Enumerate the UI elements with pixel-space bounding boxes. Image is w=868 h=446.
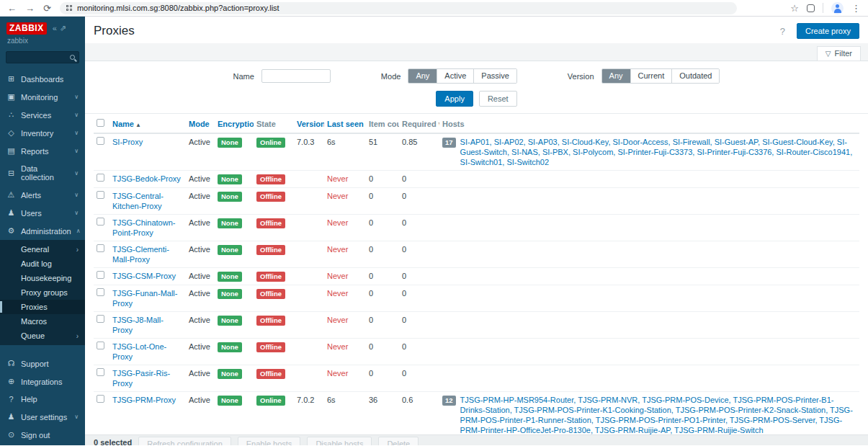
sidebar-item[interactable]: ⊞ Dashboards (0, 70, 85, 88)
sidebar-popout-icon[interactable]: ⇗ (60, 24, 66, 33)
select-all-checkbox[interactable] (97, 119, 104, 127)
mass-action-button[interactable]: Refresh configuration (138, 437, 231, 445)
proxy-name-link[interactable]: TJSG-Bedok-Proxy (112, 174, 181, 183)
create-proxy-button[interactable]: Create proxy (797, 23, 859, 39)
bookmark-star-icon[interactable]: ☆ (790, 4, 799, 13)
column-header[interactable]: Last seen (age) (324, 115, 366, 133)
mode-filter-label: Mode (381, 72, 401, 81)
sidebar-item[interactable]: ♟ Users ∨ (0, 204, 85, 222)
submenu-item[interactable]: Proxy groups (0, 285, 85, 300)
mass-action-button[interactable]: Enable hosts (238, 437, 301, 445)
row-checkbox[interactable] (97, 315, 104, 323)
row-checkbox[interactable] (97, 191, 104, 199)
address-bar[interactable]: monitoring.mlsi.com.sg:8080/zabbix.php?a… (60, 2, 737, 14)
row-checkbox[interactable] (97, 342, 104, 349)
name-filter-input[interactable] (261, 69, 331, 83)
proxy-name-link[interactable]: TJSG-Funan-Mall-Proxy (112, 289, 177, 308)
row-checkbox[interactable] (97, 271, 104, 279)
row-checkbox[interactable] (97, 395, 104, 403)
column-header[interactable]: Hosts (439, 115, 859, 133)
column-header[interactable]: Encryption (215, 115, 254, 133)
sidebar-item[interactable]: ⚙ Administration ∧ (0, 222, 85, 240)
required-vps-value: 0 (402, 369, 406, 378)
proxy-name-link[interactable]: TJSG-CSM-Proxy (112, 272, 176, 280)
submenu-item[interactable]: Proxies (0, 300, 85, 314)
sidebar-footer-item[interactable]: ⊙ Sign out (0, 426, 85, 444)
submenu-arrow-icon: › (76, 332, 79, 340)
sidebar-footer-item[interactable]: ♟ User settings ∨ (0, 408, 85, 426)
column-header[interactable]: Item count (366, 115, 399, 133)
zabbix-logo[interactable]: ZABBIX (6, 22, 47, 35)
host-links[interactable]: SI-AP01, SI-AP02, SI-AP03, SI-Cloud-Key,… (460, 137, 856, 167)
site-settings-icon[interactable] (66, 5, 72, 11)
browser-menu-icon[interactable]: ⋮ (851, 4, 861, 13)
browser-reload-icon[interactable]: ⟳ (43, 4, 51, 13)
proxy-name-link[interactable]: TJSG-J8-Mall-Proxy (112, 316, 164, 334)
submenu-item[interactable]: General › (0, 242, 85, 257)
column-header[interactable]: State (254, 115, 294, 133)
mass-action-button[interactable]: Disable hosts (307, 437, 372, 445)
browser-back-icon[interactable]: ← (7, 4, 17, 13)
version-option[interactable]: Any (602, 69, 630, 83)
sidebar-search-input[interactable] (6, 51, 79, 63)
sidebar-item-icon: ∴ (6, 110, 16, 120)
column-header[interactable]: Required vps (399, 115, 439, 133)
sidebar-footer-item[interactable]: ☊ Support (0, 354, 85, 373)
column-header[interactable]: Version (294, 115, 324, 133)
row-checkbox[interactable] (97, 218, 104, 226)
submenu-item[interactable]: Macros (0, 314, 85, 329)
proxy-name-link[interactable]: TJSG-Central-Kitchen-Proxy (112, 192, 164, 210)
browser-forward-icon[interactable]: → (25, 4, 35, 13)
sidebar-footer-item[interactable]: ? Help (0, 391, 85, 408)
version-option[interactable]: Outdated (671, 69, 719, 83)
browser-profile-avatar[interactable] (831, 2, 844, 14)
mode-option[interactable]: Active (437, 69, 473, 83)
submenu-item[interactable]: Audit log (0, 257, 85, 271)
sidebar-footer-icon: ☊ (6, 359, 16, 368)
proxy-name-link[interactable]: TJSG-Chinatown-Point-Proxy (112, 218, 175, 237)
version-option[interactable]: Current (630, 69, 672, 83)
sidebar-footer-item[interactable]: ⊕ Integrations (0, 373, 85, 391)
sidebar-collapse-icon[interactable]: « (53, 24, 57, 33)
mode-value: Active (189, 316, 210, 324)
sidebar-item[interactable]: ▣ Monitoring ∨ (0, 88, 85, 106)
extensions-icon[interactable] (807, 4, 815, 12)
host-links[interactable]: TJSG-PRM-HP-MSR954-Router, TJSG-PRM-NVR,… (460, 395, 856, 434)
administration-submenu: General › Audit log Housekeeping Proxy g… (0, 240, 85, 345)
mode-option[interactable]: Passive (473, 69, 516, 83)
row-checkbox[interactable] (97, 244, 104, 252)
help-icon[interactable]: ? (780, 26, 785, 37)
mode-value: Active (189, 272, 210, 280)
proxy-name-link[interactable]: TJSG-Pasir-Ris-Proxy (112, 369, 170, 388)
sidebar-item[interactable]: ⚠ Alerts ∨ (0, 186, 85, 204)
proxy-name-link[interactable]: TJSG-Lot-One-Proxy (112, 342, 166, 361)
column-header[interactable]: Name▲ (109, 115, 186, 133)
reset-button[interactable]: Reset (479, 91, 517, 107)
mass-action-button[interactable]: Delete (378, 437, 419, 445)
mode-option[interactable]: Any (408, 69, 437, 83)
encryption-badge: None (218, 342, 242, 352)
proxy-name-link[interactable]: SI-Proxy (112, 138, 143, 146)
submenu-item[interactable]: Queue › (0, 329, 85, 343)
apply-button[interactable]: Apply (436, 91, 473, 107)
submenu-item[interactable]: Housekeeping (0, 271, 85, 285)
row-checkbox[interactable] (97, 174, 104, 182)
proxy-name-link[interactable]: TJSG-PRM-Proxy (112, 396, 176, 404)
proxy-name-link[interactable]: TJSG-Clementi-Mall-Proxy (112, 245, 169, 264)
sidebar-item-label: Monitoring (21, 93, 58, 102)
submenu-item-label: Audit log (21, 259, 52, 268)
submenu-item-label: Queue (21, 331, 45, 340)
row-checkbox[interactable] (97, 137, 104, 145)
submenu-item-label: General (21, 245, 49, 254)
row-checkbox[interactable] (97, 288, 104, 296)
row-checkbox[interactable] (97, 368, 104, 376)
search-icon (70, 55, 75, 60)
sidebar-item[interactable]: ▤ Reports ∨ (0, 142, 85, 160)
sidebar-item-icon: ⚠ (6, 190, 16, 200)
table-row: TJSG-Central-Kitchen-Proxy Active None O… (94, 188, 859, 215)
sidebar-item[interactable]: ◇ Inventory ∨ (0, 124, 85, 142)
column-header[interactable]: Mode (186, 115, 215, 133)
sidebar-item[interactable]: ∴ Services ∨ (0, 106, 85, 124)
filter-tab[interactable]: ▽ Filter (817, 46, 861, 61)
sidebar-item[interactable]: ⊟ Data collection ∨ (0, 160, 85, 186)
